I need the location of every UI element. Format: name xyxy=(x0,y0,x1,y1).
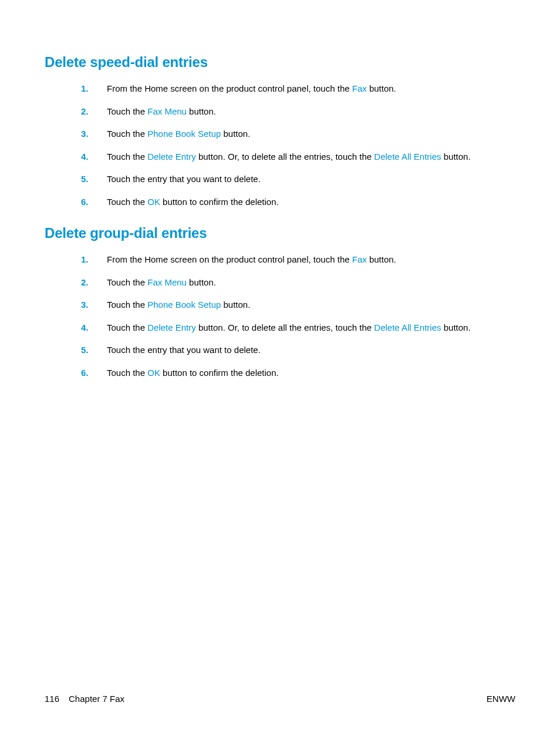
text-fragment: button. xyxy=(441,152,471,162)
ui-label-ok: OK xyxy=(147,368,160,378)
ui-label-fax-menu: Fax Menu xyxy=(147,106,187,116)
step-number: 5. xyxy=(81,173,107,186)
steps-list-2: 1. From the Home screen on the product c… xyxy=(81,253,515,379)
list-item: 3. Touch the Phone Book Setup button. xyxy=(81,127,515,141)
text-fragment: Touch the xyxy=(107,197,147,207)
text-fragment: button to confirm the deletion. xyxy=(160,368,279,378)
list-item: 3. Touch the Phone Book Setup button. xyxy=(81,298,515,312)
step-number: 5. xyxy=(81,344,107,357)
text-fragment: Touch the entry that you want to delete. xyxy=(107,345,261,355)
section-heading-2: Delete group-dial entries xyxy=(45,225,515,241)
step-number: 6. xyxy=(81,367,107,380)
list-item: 4. Touch the Delete Entry button. Or, to… xyxy=(81,150,515,164)
text-fragment: Touch the xyxy=(107,277,147,287)
ui-label-delete-all-entries: Delete All Entries xyxy=(374,152,441,162)
text-fragment: Touch the xyxy=(107,368,147,378)
step-number: 3. xyxy=(81,298,107,312)
step-text: Touch the Fax Menu button. xyxy=(107,105,515,119)
step-text: Touch the entry that you want to delete. xyxy=(107,344,515,357)
footer-right: ENWW xyxy=(487,694,515,704)
ui-label-delete-entry: Delete Entry xyxy=(147,152,196,162)
text-fragment: Touch the xyxy=(107,129,147,139)
page-content: Delete speed-dial entries 1. From the Ho… xyxy=(0,0,560,379)
chapter-label: Chapter 7 Fax xyxy=(69,694,124,704)
step-text: From the Home screen on the product cont… xyxy=(107,82,515,96)
step-number: 2. xyxy=(81,105,107,119)
text-fragment: Touch the xyxy=(107,106,147,116)
ui-label-fax: Fax xyxy=(352,83,367,93)
ui-label-phone-book-setup: Phone Book Setup xyxy=(147,129,221,139)
text-fragment: button. xyxy=(367,83,396,93)
text-fragment: Touch the xyxy=(107,152,147,162)
step-number: 4. xyxy=(81,321,107,335)
text-fragment: button. xyxy=(221,300,250,310)
text-fragment: Touch the xyxy=(107,300,147,310)
ui-label-fax-menu: Fax Menu xyxy=(147,277,187,287)
text-fragment: Touch the entry that you want to delete. xyxy=(107,174,261,184)
text-fragment: button. Or, to delete all the entries, t… xyxy=(196,322,375,332)
text-fragment: button. xyxy=(187,106,216,116)
step-text: Touch the Phone Book Setup button. xyxy=(107,127,515,141)
ui-label-fax: Fax xyxy=(352,254,367,264)
step-text: Touch the Delete Entry button. Or, to de… xyxy=(107,150,515,164)
ui-label-phone-book-setup: Phone Book Setup xyxy=(147,300,221,310)
footer-left: 116Chapter 7 Fax xyxy=(45,694,124,704)
step-text: Touch the entry that you want to delete. xyxy=(107,173,515,186)
step-number: 4. xyxy=(81,150,107,164)
list-item: 5. Touch the entry that you want to dele… xyxy=(81,173,515,186)
page-number: 116 xyxy=(45,694,59,704)
text-fragment: button. xyxy=(367,254,396,264)
step-number: 1. xyxy=(81,82,107,96)
text-fragment: From the Home screen on the product cont… xyxy=(107,83,352,93)
list-item: 5. Touch the entry that you want to dele… xyxy=(81,344,515,357)
list-item: 1. From the Home screen on the product c… xyxy=(81,82,515,96)
list-item: 6. Touch the OK button to confirm the de… xyxy=(81,196,515,209)
page-footer: 116Chapter 7 Fax ENWW xyxy=(45,694,515,704)
list-item: 2. Touch the Fax Menu button. xyxy=(81,105,515,119)
step-text: Touch the Phone Book Setup button. xyxy=(107,298,515,312)
ui-label-ok: OK xyxy=(147,197,160,207)
text-fragment: button. xyxy=(221,129,250,139)
text-fragment: button. Or, to delete all the entries, t… xyxy=(196,152,375,162)
ui-label-delete-entry: Delete Entry xyxy=(147,322,196,332)
list-item: 1. From the Home screen on the product c… xyxy=(81,253,515,267)
step-number: 1. xyxy=(81,253,107,267)
ui-label-delete-all-entries: Delete All Entries xyxy=(374,322,441,332)
step-number: 3. xyxy=(81,127,107,141)
text-fragment: button to confirm the deletion. xyxy=(160,197,279,207)
step-text: Touch the Delete Entry button. Or, to de… xyxy=(107,321,515,335)
text-fragment: Touch the xyxy=(107,322,147,332)
list-item: 6. Touch the OK button to confirm the de… xyxy=(81,367,515,380)
step-number: 6. xyxy=(81,196,107,209)
list-item: 4. Touch the Delete Entry button. Or, to… xyxy=(81,321,515,335)
step-number: 2. xyxy=(81,276,107,290)
text-fragment: button. xyxy=(187,277,216,287)
text-fragment: From the Home screen on the product cont… xyxy=(107,254,352,264)
steps-list-1: 1. From the Home screen on the product c… xyxy=(81,82,515,209)
step-text: Touch the OK button to confirm the delet… xyxy=(107,196,515,209)
step-text: From the Home screen on the product cont… xyxy=(107,253,515,267)
step-text: Touch the Fax Menu button. xyxy=(107,276,515,290)
section-heading-1: Delete speed-dial entries xyxy=(45,54,515,70)
text-fragment: button. xyxy=(441,322,471,332)
step-text: Touch the OK button to confirm the delet… xyxy=(107,367,515,380)
list-item: 2. Touch the Fax Menu button. xyxy=(81,276,515,290)
